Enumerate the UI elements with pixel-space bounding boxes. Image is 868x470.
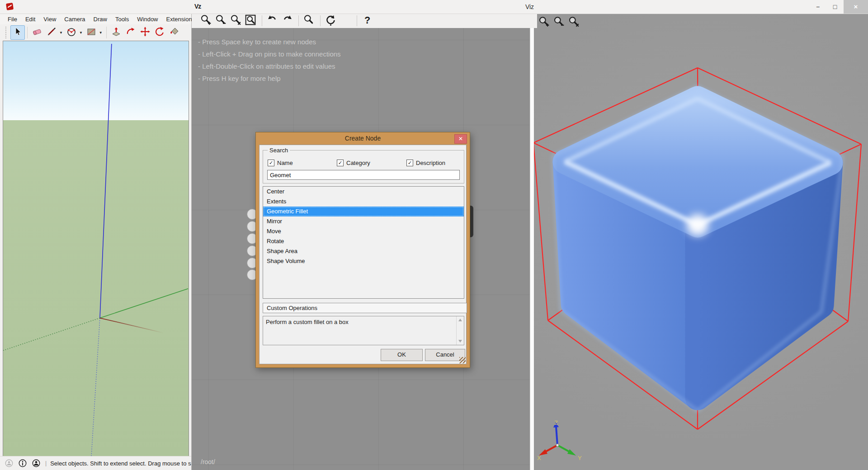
close-icon: ✕ [458,136,463,142]
line-tool-button[interactable] [44,25,59,40]
paint-bucket-tool-button[interactable] [167,25,181,40]
menu-camera[interactable]: Camera [60,16,89,23]
undo-button[interactable] [265,14,279,28]
geolocation-icon[interactable] [5,459,14,468]
help-icon: ? [361,14,373,28]
result-row[interactable]: Rotate [263,236,464,246]
category-checkbox[interactable]: ✓Category [337,160,370,166]
select-tool-button[interactable] [10,25,25,40]
blue-axis [100,44,112,318]
scroll-up-icon[interactable] [458,319,462,321]
line-icon [46,26,57,39]
search-input[interactable] [267,170,460,180]
paint-bucket-icon [169,26,179,39]
result-row[interactable]: Extents [263,197,464,207]
result-row[interactable]: Mirror [263,216,464,226]
window-title: Viz [191,3,868,10]
minimize-button[interactable]: − [809,0,826,14]
help-line: - Press H key for more help [198,75,341,82]
rectangle-icon [86,26,97,39]
description-checkbox[interactable]: ✓Description [406,160,445,166]
result-row[interactable]: Shape Area [263,246,464,256]
description-scrollbar[interactable] [456,316,464,345]
zoom-extents-icon [245,14,257,28]
help-button[interactable]: ? [360,14,374,28]
zoom-out-button[interactable] [214,14,227,28]
push-pull-tool-button[interactable] [109,25,123,40]
arc-tool-button[interactable] [64,25,79,40]
toolbar-drag-handle[interactable] [5,27,9,38]
dialog-close-button[interactable]: ✕ [454,134,467,144]
follow-me-tool-button[interactable] [123,25,138,40]
name-checkbox[interactable]: ✓Name [268,160,293,166]
result-row[interactable]: Center [263,187,464,197]
dropdown-arrow-icon[interactable]: ▼ [59,31,63,35]
dropdown-arrow-icon[interactable]: ▼ [99,31,103,35]
push-pull-icon [111,26,122,39]
close-button[interactable]: × [844,0,868,14]
reload-button[interactable] [324,14,337,28]
zoom-cancel-icon [568,16,580,30]
zoom-region-icon [303,14,315,28]
zoom-in-button[interactable] [537,16,551,29]
select-icon [12,26,23,39]
ok-button[interactable]: OK [381,349,423,361]
zoom-in-button[interactable] [199,14,212,28]
redo-icon [281,14,293,28]
status-separator: | [45,460,47,466]
zoom-extents-button[interactable] [244,14,257,28]
arc-icon [66,26,77,39]
credit-attribution-icon[interactable] [18,459,27,468]
signin-account-icon[interactable] [32,459,41,468]
window-titlebar[interactable]: Vz Viz −□× [0,0,868,14]
toolbar-separator [262,15,262,26]
search-groupbox: Search ✓Name✓Category✓Description [263,150,464,183]
zoom-region-button[interactable] [302,14,316,28]
redo-button[interactable] [280,14,294,28]
zoom-cancel-button[interactable] [567,16,580,29]
maximize-button[interactable]: □ [826,0,844,14]
resize-grip[interactable] [459,357,466,363]
orbit-tool-button[interactable] [152,25,167,40]
description-box: Perform a custom fillet on a box [263,316,464,345]
dropdown-arrow-icon[interactable]: ▼ [79,31,83,35]
scroll-down-icon[interactable] [458,340,462,343]
menu-draw[interactable]: Draw [90,16,111,23]
create-node-dialog: Create Node ✕ Search ✓Name✓Category✓Desc… [255,132,470,368]
y-axis-label: Y [578,455,582,461]
menu-file[interactable]: File [4,16,21,23]
help-line: - Left-Click + Drag on pins to make conn… [198,50,341,58]
dialog-titlebar[interactable]: Create Node [256,132,470,145]
red-axis [100,318,163,333]
zoom-cancel-button[interactable] [229,14,242,28]
reload-all-button[interactable] [339,14,352,28]
menu-edit[interactable]: Edit [21,16,39,23]
pane-divider[interactable] [530,14,534,470]
zoom-out-icon [215,14,227,28]
category-header[interactable]: Custom Operations [263,303,467,313]
eraser-tool-button[interactable] [30,25,44,40]
search-group-label: Search [268,147,290,154]
menu-tools[interactable]: Tools [111,16,133,23]
svg-text:?: ? [364,14,370,25]
checkbox-check-icon: ✓ [268,160,274,166]
result-row[interactable]: Move [263,226,464,236]
move-tool-button[interactable] [138,25,152,40]
help-line: - Left-Double-Click on attributes to edi… [198,62,341,70]
menu-window[interactable]: Window [133,16,162,23]
result-row[interactable]: Geometric Fillet [263,207,464,216]
graph-path-label: /root/ [201,458,215,465]
checkbox-check-icon: ✓ [406,160,413,166]
sketchup-viewport[interactable] [3,41,189,456]
zoom-out-button[interactable] [552,16,566,29]
viewport-3d[interactable]: X Y Z [533,14,868,470]
rectangle-tool-button[interactable] [84,25,99,40]
green-axis [100,289,188,318]
window-controls: −□× [809,0,868,14]
sketchup-menubar: FileEditViewCameraDrawToolsWindowExtensi… [0,14,191,24]
result-row[interactable]: Shape Volume [263,256,464,266]
filleted-cube-render [533,14,868,470]
checkbox-check-icon: ✓ [337,160,344,166]
menu-view[interactable]: View [39,16,60,23]
green-axis-dotted [3,318,100,351]
